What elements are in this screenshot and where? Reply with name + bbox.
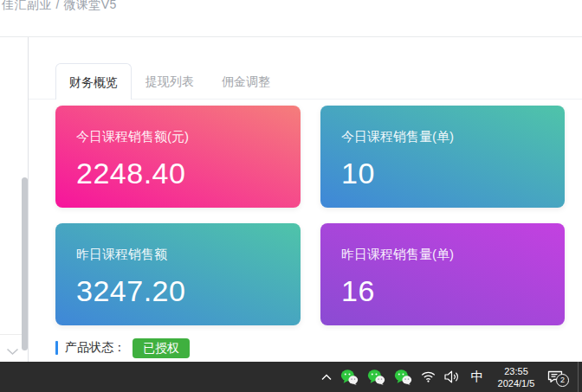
left-strip [0, 37, 29, 362]
scrollbar-thumb[interactable] [22, 177, 28, 350]
status-badge: 已授权 [133, 338, 190, 358]
wechat-icon[interactable] [340, 370, 359, 385]
show-desktop-button[interactable] [578, 362, 582, 392]
strip-divider [0, 334, 23, 335]
breadcrumb-bar: 佳汇副业 / 微课堂V5 [0, 0, 582, 37]
breadcrumb[interactable]: 佳汇副业 / 微课堂V5 [2, 0, 117, 13]
stat-card-label: 昨日课程销售量(单) [341, 247, 544, 263]
stat-card-value: 3247.20 [76, 274, 280, 308]
clock-date: 2024/1/5 [494, 377, 539, 389]
stat-card-label: 今日课程销售量(单) [341, 129, 544, 145]
taskbar: 中 23:55 2024/1/5 2 [0, 362, 582, 392]
stat-card-value: 2248.40 [76, 157, 280, 190]
clock-time: 23:55 [494, 365, 539, 377]
ime-indicator[interactable]: 中 [469, 369, 485, 385]
tab-withdraw-list[interactable]: 提现列表 [132, 63, 208, 100]
stat-card-yesterday-sales-count: 昨日课程销售量(单) 16 [320, 223, 565, 325]
stat-card-label: 今日课程销售额(元) [76, 129, 280, 145]
notification-badge: 2 [556, 374, 569, 387]
stat-card-today-sales-count: 今日课程销售量(单) 10 [320, 106, 565, 208]
stat-card-today-sales-amount: 今日课程销售额(元) 2248.40 [55, 106, 301, 208]
chevron-up-icon[interactable] [321, 374, 332, 381]
action-center-icon[interactable]: 2 [547, 370, 563, 383]
product-status-label: 产品状态： [65, 340, 126, 356]
accent-bar [55, 341, 58, 355]
stat-card-yesterday-sales-amount: 昨日课程销售额 3247.20 [55, 223, 301, 325]
volume-icon[interactable] [444, 370, 461, 383]
screen: 佳汇副业 / 微课堂V5 财务概览 提现列表 佣金调整 今日课程销售额(元) 2… [0, 0, 582, 392]
stat-card-value: 10 [341, 157, 544, 190]
wifi-icon[interactable] [421, 371, 436, 382]
stat-cards-grid: 今日课程销售额(元) 2248.40 今日课程销售量(单) 10 昨日课程销售额… [55, 106, 565, 325]
product-status-row: 产品状态： 已授权 [55, 337, 190, 358]
stat-card-label: 昨日课程销售额 [76, 247, 280, 263]
tab-commission-adjust[interactable]: 佣金调整 [208, 63, 284, 100]
stat-card-value: 16 [341, 274, 544, 308]
wechat-icon[interactable] [394, 370, 412, 385]
wechat-icon[interactable] [367, 370, 385, 385]
tab-finance-overview[interactable]: 财务概览 [55, 63, 132, 100]
taskbar-clock[interactable]: 23:55 2024/1/5 [494, 365, 539, 389]
chevron-down-icon[interactable] [6, 344, 19, 359]
